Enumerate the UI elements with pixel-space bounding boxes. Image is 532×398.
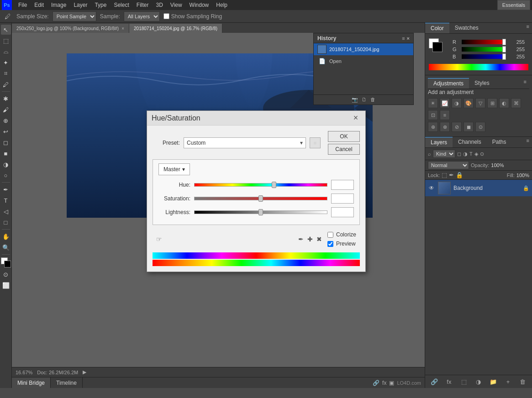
tab-timeline[interactable]: Timeline	[51, 377, 83, 388]
layer-item-background[interactable]: 👁 Background 🔒	[425, 180, 532, 196]
brush-tool[interactable]: 🖌	[1, 105, 11, 115]
crop-tool[interactable]: ⌗	[1, 68, 11, 79]
layers-panel-menu[interactable]: ≡	[524, 137, 532, 147]
adj-posterize-icon[interactable]: ⊗	[440, 122, 450, 132]
canvas-scroll-area[interactable]: LO4D.com History ≡ × 20180714_150204.jpg…	[12, 33, 425, 367]
colorize-checkbox[interactable]	[327, 232, 333, 238]
tab-color[interactable]: Color	[425, 23, 449, 33]
menu-select[interactable]: Select	[110, 1, 132, 9]
layers-kind-select[interactable]: Kind	[433, 150, 455, 158]
g-slider[interactable]	[462, 47, 506, 52]
menu-layer[interactable]: Layer	[70, 1, 91, 9]
preset-select[interactable]: Custom ▾	[184, 137, 306, 148]
menu-type[interactable]: Type	[91, 1, 110, 9]
adj-photofilter-icon[interactable]: ⌘	[511, 98, 521, 108]
quick-mask-tool[interactable]: ⊙	[1, 269, 11, 279]
link-icon[interactable]: 🔗	[373, 380, 379, 386]
lightness-value-field[interactable]: 0	[331, 207, 354, 217]
cancel-button[interactable]: Cancel	[328, 144, 360, 155]
adj-panel-menu[interactable]: ≡	[521, 78, 529, 89]
color-panel-menu[interactable]: ≡	[524, 23, 532, 33]
menu-image[interactable]: Image	[47, 1, 70, 9]
sample-icon[interactable]: ✒	[298, 236, 304, 243]
color-swatches[interactable]	[1, 257, 11, 267]
adj-invert-icon[interactable]: ⊕	[428, 122, 438, 132]
menu-help[interactable]: Help	[212, 1, 231, 9]
menu-window[interactable]: Window	[186, 1, 213, 9]
path-select-tool[interactable]: ◁	[1, 206, 11, 216]
hand-tool[interactable]: ✋	[1, 231, 11, 241]
adj-selective-icon[interactable]: ⊙	[475, 122, 485, 132]
channel-name-button[interactable]: Master ▾	[158, 163, 190, 175]
tab-adjustments[interactable]: Adjustments	[428, 78, 469, 89]
clone-tool[interactable]: ⊕	[1, 115, 11, 126]
layers-effects-icon[interactable]: fx	[444, 377, 453, 386]
blend-mode-select[interactable]: Normal	[428, 161, 469, 169]
remove-sample-icon[interactable]: ✖	[316, 236, 322, 243]
adj-brightness-icon[interactable]: ☀	[428, 98, 438, 108]
b-slider-thumb[interactable]	[502, 53, 506, 60]
preview-checkbox[interactable]	[327, 241, 333, 247]
filter-adjust-icon[interactable]: ◑	[463, 151, 468, 157]
show-sampling-ring-checkbox[interactable]	[163, 13, 169, 19]
menu-3d[interactable]: 3D	[152, 1, 166, 9]
g-slider-thumb[interactable]	[502, 46, 506, 52]
history-item-0[interactable]: 20180714_150204.jpg	[314, 43, 413, 55]
effects-icon[interactable]: fx	[382, 380, 386, 386]
shape-tool[interactable]: □	[1, 217, 11, 227]
b-slider[interactable]	[462, 54, 506, 59]
tab-styles[interactable]: Styles	[469, 78, 495, 89]
menu-filter[interactable]: Filter	[133, 1, 153, 9]
sample-size-select[interactable]: Point Sample	[53, 11, 96, 21]
layer-visibility-icon[interactable]: 👁	[428, 184, 435, 192]
adj-gradient-icon[interactable]: ◼	[464, 122, 474, 132]
saturation-slider-thumb[interactable]	[258, 195, 263, 202]
saturation-slider-track[interactable]	[194, 197, 327, 200]
move-tool[interactable]: ↖	[1, 25, 11, 35]
history-delete-icon[interactable]: 🗑	[370, 97, 375, 103]
adj-hsl-icon[interactable]: ▽	[475, 98, 485, 108]
layers-mask-icon[interactable]: ⬚	[459, 377, 469, 386]
layers-link-icon[interactable]: 🔗	[430, 377, 439, 386]
adj-channelmixer-icon[interactable]: ⊡	[428, 110, 438, 120]
adj-colorbalance-icon[interactable]: ⊞	[487, 98, 497, 108]
lock-position-icon[interactable]: ✒	[449, 172, 454, 178]
pen-tool[interactable]: ✒	[1, 184, 11, 194]
tab-swatches[interactable]: Swatches	[449, 23, 484, 33]
layers-adjustment-icon[interactable]: ◑	[474, 377, 483, 386]
lock-pixels-icon[interactable]: ⬚	[442, 172, 447, 178]
essentials-button[interactable]: Essentials	[497, 0, 530, 10]
filter-shape-icon[interactable]: ◈	[474, 151, 478, 157]
blur-tool[interactable]: ◑	[1, 159, 11, 169]
tab-paths[interactable]: Paths	[487, 137, 512, 147]
type-tool[interactable]: T	[1, 195, 11, 205]
fill-value[interactable]: 100%	[516, 173, 529, 178]
saturation-value-field[interactable]: 0	[331, 194, 354, 204]
spot-heal-tool[interactable]: ✱	[1, 94, 11, 104]
adj-colorlookup-icon[interactable]: ≡	[440, 110, 450, 120]
filter-type-icon[interactable]: T	[469, 151, 473, 157]
dialog-close-button[interactable]: ×	[351, 113, 361, 123]
adj-exposure-icon[interactable]: ◑	[452, 98, 462, 108]
dodge-tool[interactable]: ○	[1, 170, 11, 180]
history-item-1[interactable]: 📄 Open	[314, 55, 413, 67]
lasso-tool[interactable]: ⌓	[1, 47, 11, 57]
history-menu-icon[interactable]: ≡	[402, 36, 405, 41]
lock-all-icon[interactable]: 🔒	[456, 172, 463, 178]
hue-slider-thumb[interactable]	[272, 182, 276, 188]
lightness-slider-thumb[interactable]	[258, 209, 263, 215]
r-slider[interactable]	[462, 40, 506, 44]
status-arrow[interactable]: ▶	[83, 369, 86, 375]
filter-pixel-icon[interactable]: ◻	[457, 151, 461, 157]
panel-icon[interactable]: ▣	[389, 380, 394, 386]
menu-edit[interactable]: Edit	[31, 1, 47, 9]
adj-blackwhite-icon[interactable]: ◐	[499, 98, 509, 108]
history-snapshot-icon[interactable]: 📷	[352, 97, 358, 103]
selection-tool[interactable]: ⬚	[1, 36, 11, 46]
eraser-tool[interactable]: ◻	[1, 137, 11, 147]
spectrum-bar[interactable]	[429, 64, 528, 70]
finger-pointer-icon[interactable]: ☞	[156, 236, 162, 243]
adj-vibrance-icon[interactable]: 🎨	[464, 98, 474, 108]
adj-threshold-icon[interactable]: ⊘	[452, 122, 462, 132]
bg-color-box[interactable]	[432, 42, 442, 52]
